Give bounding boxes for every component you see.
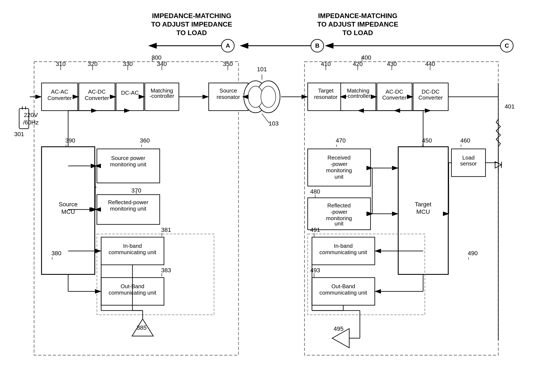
label-ref-pow-mon-2: monitoring unit xyxy=(110,205,147,212)
label-target-outband-2: communicating unit xyxy=(319,289,367,296)
label-385: 385 xyxy=(137,324,147,331)
left-header-line1: IMPEDANCE-MATCHING xyxy=(152,12,232,20)
label-490: 490 xyxy=(468,250,478,257)
label-480: 480 xyxy=(310,188,320,195)
label-dc-ac-1: DC-AC xyxy=(121,89,139,96)
right-header-line2: TO ADJUST IMPEDANCE xyxy=(317,20,398,28)
label-target-mcu-1: Target xyxy=(415,201,431,208)
label-380: 380 xyxy=(51,250,62,257)
right-header-line1: IMPEDANCE-MATCHING xyxy=(318,12,398,20)
label-ac-ac-1: AC-AC xyxy=(51,88,68,95)
label-target-mcu-2: MCU xyxy=(416,209,430,215)
label-ac-dc-2: Converter xyxy=(85,95,109,101)
label-target-inband-2: communicating unit xyxy=(319,249,367,255)
label-target-acdc-2: Converter xyxy=(382,94,407,101)
label-rcvd-2: -power xyxy=(330,161,348,167)
main-svg: IMPEDANCE-MATCHING TO ADJUST IMPEDANCE T… xyxy=(0,0,543,392)
label-ac-ac-2: Converter xyxy=(47,95,72,101)
label-src-pow-mon-2: monitoring unit xyxy=(110,161,147,168)
label-inband-1: In-band xyxy=(123,243,142,249)
label-target-outband-1: Out-Band xyxy=(331,283,355,289)
label-target-res-1: Target xyxy=(318,88,334,94)
label-103: 103 xyxy=(269,120,279,127)
label-source-mcu-1: Source xyxy=(59,201,78,208)
label-target-inband-1: In-band xyxy=(334,243,353,249)
label-inband-2: communicating unit xyxy=(109,249,157,255)
block-dc-ac xyxy=(116,83,144,110)
label-360: 360 xyxy=(140,137,150,144)
label-b: B xyxy=(315,42,319,49)
label-400: 400 xyxy=(361,54,371,61)
label-freq: /60Hz xyxy=(23,119,39,126)
label-rcvd-4: unit xyxy=(334,174,344,180)
label-tref-1: Reflected xyxy=(327,202,351,209)
diagram-container: IMPEDANCE-MATCHING TO ADJUST IMPEDANCE T… xyxy=(0,0,543,392)
label-matching-2: -controller xyxy=(149,93,174,99)
label-381: 381 xyxy=(161,226,171,233)
label-ref-pow-mon-1: Reflected-power xyxy=(108,199,148,205)
label-383: 383 xyxy=(161,267,171,274)
label-load-sensor-2: sensor xyxy=(460,160,477,167)
label-460: 460 xyxy=(460,137,470,144)
label-rcvd-1: Received xyxy=(328,155,351,161)
label-dc-dc-1: DC-DC xyxy=(422,88,440,95)
label-300: 300 xyxy=(152,54,162,61)
label-source-res-1: Source xyxy=(220,88,237,94)
coil-inner-right xyxy=(261,86,276,107)
left-header-line3: TO LOAD xyxy=(176,29,207,37)
label-rcvd-3: monitoring xyxy=(326,167,352,174)
label-target-matching-2: -controller xyxy=(346,93,371,99)
left-header-line2: TO ADJUST IMPEDANCE xyxy=(151,20,232,28)
right-header-line3: TO LOAD xyxy=(342,29,373,37)
label-401: 401 xyxy=(505,103,515,110)
label-470: 470 xyxy=(336,137,346,144)
label-src-pow-mon-1: Source power xyxy=(111,155,145,161)
label-390: 390 xyxy=(65,137,75,144)
label-tref-4: unit xyxy=(334,220,344,227)
label-495: 495 xyxy=(334,326,344,332)
label-301: 301 xyxy=(14,131,24,137)
label-source-res-2: resonator xyxy=(217,94,240,100)
label-491: 491 xyxy=(310,226,320,233)
label-101: 101 xyxy=(257,66,267,72)
label-voltage: 220V xyxy=(24,112,38,118)
label-dc-dc-2: Converter xyxy=(419,94,443,101)
label-a: A xyxy=(226,42,230,49)
label-target-res-2: resonator xyxy=(314,94,338,100)
label-450: 450 xyxy=(422,137,432,144)
label-load-sensor-1: Load xyxy=(462,155,475,161)
label-tref-2: -power xyxy=(330,209,348,215)
label-ac-dc-1: AC-DC xyxy=(88,88,106,95)
label-c: C xyxy=(505,42,509,49)
label-target-acdc-1: AC-DC xyxy=(386,88,403,95)
